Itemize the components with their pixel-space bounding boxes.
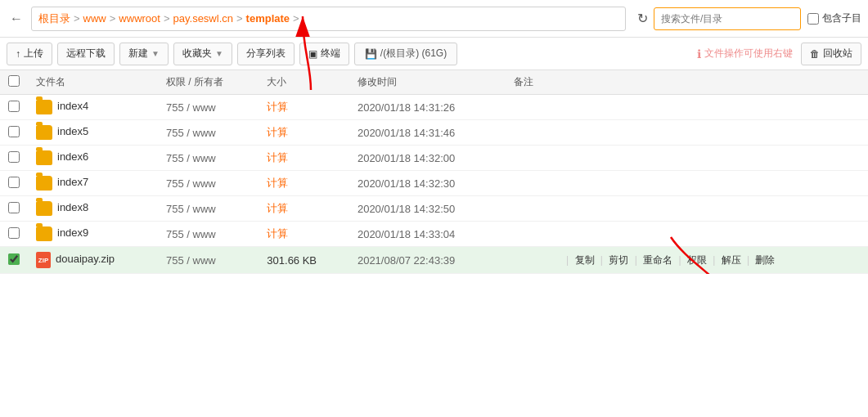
favorites-button[interactable]: 收藏夹 ▼ [173, 43, 232, 65]
calc-size-link[interactable]: 计算 [267, 151, 288, 164]
action-link-重命名[interactable]: 重命名 [641, 254, 676, 266]
row-note-cell [506, 247, 555, 274]
action-link-删除[interactable]: 删除 [753, 254, 775, 266]
file-op-hint: ℹ 文件操作可使用右键 [697, 47, 793, 61]
row-modified-cell: 2020/01/18 14:32:50 [349, 196, 506, 222]
row-note-cell [506, 222, 555, 247]
row-modified-cell: 2020/01/18 14:31:46 [349, 120, 506, 146]
row-size-cell: 计算 [259, 120, 349, 146]
row-actions-cell [555, 95, 868, 120]
row-checkbox-cell [0, 247, 28, 274]
share-list-button[interactable]: 分享列表 [237, 43, 295, 65]
terminal-button[interactable]: ▣ 终端 [299, 43, 349, 65]
row-checkbox[interactable] [8, 151, 20, 163]
col-filename: 文件名 [28, 70, 158, 95]
filename-link[interactable]: douaipay.zip [56, 253, 115, 265]
disk-button[interactable]: 💾 /(根目录) (61G) [354, 43, 457, 65]
folder-icon [36, 150, 52, 165]
include-subdir-label: 包含子目 [822, 11, 861, 25]
row-note-cell [506, 171, 555, 196]
row-permissions-cell: 755 / www [158, 120, 259, 146]
table-row: ZIPdouaipay.zip755 / www301.66 KB2021/08… [0, 247, 868, 274]
row-actions-cell [555, 120, 868, 146]
search-input[interactable] [654, 7, 801, 30]
col-actions [555, 70, 868, 95]
row-filename-cell: index8 [28, 196, 158, 222]
folder-icon [36, 201, 52, 216]
row-size-cell: 计算 [259, 146, 349, 171]
breadcrumb: 根目录 > www > wwwroot > pay.seswl.cn > tem… [31, 7, 626, 31]
action-link-剪切[interactable]: 剪切 [606, 254, 632, 266]
row-permissions-cell: 755 / www [158, 95, 259, 120]
row-size-cell: 计算 [259, 171, 349, 196]
calc-size-link[interactable]: 计算 [267, 126, 288, 138]
refresh-button[interactable]: ↻ [631, 7, 654, 30]
action-sep: | [713, 254, 715, 266]
action-sep: | [600, 254, 603, 266]
action-link-复制[interactable]: 复制 [572, 254, 597, 266]
filename-link[interactable]: index5 [57, 125, 88, 137]
row-size-cell: 计算 [259, 95, 349, 120]
folder-icon [36, 176, 52, 191]
row-modified-cell: 2021/08/07 22:43:39 [349, 247, 506, 274]
filename-link[interactable]: index8 [57, 201, 88, 213]
breadcrumb-item-root[interactable]: 根目录 [38, 11, 70, 26]
table-row: index4755 / www计算2020/01/18 14:31:26 [0, 95, 868, 120]
zip-icon: ZIP [36, 252, 51, 268]
filename-link[interactable]: index9 [57, 226, 88, 239]
new-label: 新建 [128, 47, 148, 61]
col-note: 备注 [506, 70, 555, 95]
table-row: index7755 / www计算2020/01/18 14:32:30 [0, 171, 868, 196]
row-checkbox[interactable] [8, 126, 20, 137]
calc-size-link[interactable]: 计算 [267, 177, 288, 189]
col-permissions: 权限 / 所有者 [158, 70, 259, 95]
breadcrumb-item-wwwroot[interactable]: wwwroot [119, 12, 160, 25]
remote-download-label: 远程下载 [66, 47, 106, 61]
row-checkbox-cell [0, 171, 28, 196]
breadcrumb-sep-5: > [293, 12, 299, 25]
breadcrumb-item-domain[interactable]: pay.seswl.cn [173, 12, 233, 25]
row-permissions-cell: 755 / www [158, 196, 259, 222]
back-button[interactable]: ← [7, 9, 26, 29]
row-note-cell [506, 196, 555, 222]
row-checkbox[interactable] [8, 202, 20, 213]
info-icon: ℹ [697, 47, 701, 61]
row-note-cell [506, 95, 555, 120]
remote-download-button[interactable]: 远程下载 [57, 43, 115, 65]
favorites-dropdown-arrow: ▼ [215, 49, 223, 58]
row-checkbox[interactable] [8, 177, 20, 188]
row-checkbox[interactable] [8, 253, 20, 265]
row-size-cell: 计算 [259, 222, 349, 247]
calc-size-link[interactable]: 计算 [267, 227, 288, 240]
calc-size-link[interactable]: 计算 [267, 101, 288, 113]
recycle-button[interactable]: 🗑 回收站 [801, 43, 861, 65]
new-button[interactable]: 新建 ▼ [119, 43, 169, 65]
row-actions-cell [555, 146, 868, 171]
upload-button[interactable]: ↑ 上传 [7, 43, 52, 65]
filename-link[interactable]: index7 [57, 176, 88, 188]
action-link-权限[interactable]: 权限 [685, 254, 710, 266]
folder-icon [36, 226, 52, 241]
calc-size-link[interactable]: 计算 [267, 202, 288, 214]
recycle-label: 回收站 [823, 47, 852, 61]
breadcrumb-item-template[interactable]: template [246, 12, 290, 25]
file-table: 文件名 权限 / 所有者 大小 修改时间 备注 index4755 / www计… [0, 70, 868, 274]
row-checkbox[interactable] [8, 227, 20, 239]
action-link-解压[interactable]: 解压 [718, 254, 744, 266]
breadcrumb-item-www[interactable]: www [83, 12, 106, 25]
filename-link[interactable]: index4 [57, 100, 88, 112]
action-sep: | [635, 254, 637, 266]
col-checkbox [0, 70, 28, 95]
breadcrumb-sep-4: > [236, 12, 243, 25]
favorites-label: 收藏夹 [182, 47, 212, 61]
row-size-cell: 计算 [259, 196, 349, 222]
table-row: index9755 / www计算2020/01/18 14:33:04 [0, 222, 868, 247]
filename-link[interactable]: index6 [57, 150, 88, 163]
include-subdir-checkbox[interactable] [807, 13, 819, 25]
breadcrumb-sep-1: > [74, 12, 80, 25]
table-row: index5755 / www计算2020/01/18 14:31:46 [0, 120, 868, 146]
row-modified-cell: 2020/01/18 14:33:04 [349, 222, 506, 247]
select-all-checkbox[interactable] [8, 75, 20, 87]
upload-icon: ↑ [16, 48, 20, 60]
row-checkbox[interactable] [8, 101, 20, 112]
